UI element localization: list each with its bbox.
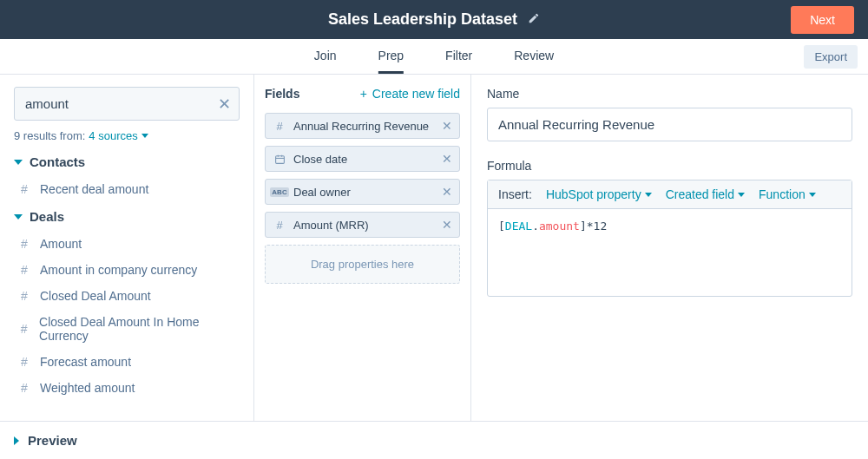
remove-chip-icon[interactable]: ✕ bbox=[442, 119, 452, 133]
field-chip[interactable]: Close date ✕ bbox=[265, 146, 460, 172]
insert-toolbar: Insert: HubSpot property Created field F… bbox=[488, 180, 852, 209]
formula-token: . bbox=[532, 220, 539, 233]
field-name-input[interactable] bbox=[487, 108, 852, 141]
content: ✕ 9 results from: 4 sources Contacts # R… bbox=[0, 75, 868, 421]
chevron-down-icon bbox=[738, 193, 745, 197]
insert-function[interactable]: Function bbox=[759, 187, 816, 201]
property-label: Closed Deal Amount In Home Currency bbox=[39, 315, 240, 343]
insert-option-text: Function bbox=[759, 187, 806, 201]
chevron-right-icon bbox=[14, 436, 19, 445]
sources-dropdown[interactable]: 4 sources bbox=[89, 129, 148, 142]
export-button[interactable]: Export bbox=[804, 45, 858, 69]
chip-label: Annual Recurring Revenue bbox=[293, 120, 435, 133]
property-item[interactable]: # Closed Deal Amount bbox=[14, 283, 240, 309]
tabs: Join Prep Filter Review bbox=[314, 39, 554, 74]
insert-label: Insert: bbox=[498, 187, 532, 201]
results-count-text: 9 results from: bbox=[14, 129, 85, 142]
property-label: Closed Deal Amount bbox=[40, 289, 151, 303]
property-item[interactable]: # Forecast amount bbox=[14, 349, 240, 375]
dropzone[interactable]: Drag properties here bbox=[265, 245, 460, 284]
properties-panel: ✕ 9 results from: 4 sources Contacts # R… bbox=[0, 75, 254, 421]
fields-header: Fields + Create new field bbox=[265, 87, 460, 101]
header-title-group: Sales Leadership Dataset bbox=[328, 10, 540, 29]
page-title: Sales Leadership Dataset bbox=[328, 10, 517, 29]
tabs-row: Join Prep Filter Review Export bbox=[0, 39, 868, 75]
formula-token: DEAL bbox=[505, 220, 532, 233]
search-input[interactable] bbox=[14, 87, 240, 121]
tab-prep[interactable]: Prep bbox=[378, 39, 404, 74]
insert-option-text: Created field bbox=[666, 187, 734, 201]
sources-link-text: 4 sources bbox=[89, 129, 137, 142]
remove-chip-icon[interactable]: ✕ bbox=[442, 152, 452, 166]
property-item[interactable]: # Closed Deal Amount In Home Currency bbox=[14, 309, 240, 349]
property-item[interactable]: # Recent deal amount bbox=[14, 176, 240, 202]
app-header: Sales Leadership Dataset Next bbox=[0, 0, 868, 39]
property-label: Amount in company currency bbox=[40, 263, 197, 277]
chevron-down-icon bbox=[141, 134, 148, 138]
clear-search-icon[interactable]: ✕ bbox=[218, 95, 231, 114]
property-item[interactable]: # Amount in company currency bbox=[14, 257, 240, 283]
chip-label: Deal owner bbox=[293, 186, 435, 199]
chip-label: Amount (MRR) bbox=[293, 219, 435, 232]
chevron-down-icon bbox=[809, 193, 816, 197]
group-deals[interactable]: Deals bbox=[14, 209, 240, 224]
field-chip[interactable]: ABC Deal owner ✕ bbox=[265, 179, 460, 205]
formula-token: *12 bbox=[587, 220, 607, 233]
search-wrap: ✕ bbox=[14, 87, 240, 121]
date-type-icon bbox=[273, 154, 286, 165]
fields-label: Fields bbox=[265, 87, 299, 101]
name-label: Name bbox=[487, 87, 852, 101]
chevron-down-icon bbox=[14, 160, 23, 165]
chip-label: Close date bbox=[293, 153, 435, 166]
preview-label: Preview bbox=[28, 433, 77, 448]
remove-chip-icon[interactable]: ✕ bbox=[442, 185, 452, 199]
property-item[interactable]: # Amount bbox=[14, 231, 240, 257]
property-label: Weighted amount bbox=[40, 381, 135, 395]
property-label: Forecast amount bbox=[40, 355, 131, 369]
number-type-icon: # bbox=[17, 322, 30, 336]
tab-filter[interactable]: Filter bbox=[445, 39, 472, 74]
formula-token: ] bbox=[580, 220, 587, 233]
formula-token: amount bbox=[539, 220, 580, 233]
number-type-icon: # bbox=[273, 219, 286, 232]
next-button[interactable]: Next bbox=[791, 6, 854, 34]
tab-review[interactable]: Review bbox=[514, 39, 554, 74]
editor-panel: Name Formula Insert: HubSpot property Cr… bbox=[471, 75, 868, 421]
insert-hubspot-property[interactable]: HubSpot property bbox=[546, 187, 652, 201]
group-label: Contacts bbox=[30, 154, 85, 169]
number-type-icon: # bbox=[17, 381, 31, 395]
property-item[interactable]: # Weighted amount bbox=[14, 375, 240, 401]
fields-panel: Fields + Create new field # Annual Recur… bbox=[254, 75, 471, 421]
insert-option-text: HubSpot property bbox=[546, 187, 641, 201]
number-type-icon: # bbox=[17, 182, 31, 196]
formula-token: [ bbox=[498, 220, 505, 233]
formula-box: Insert: HubSpot property Created field F… bbox=[487, 180, 852, 297]
edit-icon[interactable] bbox=[528, 10, 540, 29]
tab-join[interactable]: Join bbox=[314, 39, 337, 74]
number-type-icon: # bbox=[17, 289, 31, 303]
create-field-text: Create new field bbox=[372, 87, 460, 101]
group-contacts[interactable]: Contacts bbox=[14, 154, 240, 169]
formula-editor[interactable]: [DEAL.amount]*12 bbox=[488, 209, 852, 296]
number-type-icon: # bbox=[17, 263, 31, 277]
formula-label: Formula bbox=[487, 159, 852, 173]
text-type-icon: ABC bbox=[273, 187, 286, 197]
field-chip[interactable]: # Amount (MRR) ✕ bbox=[265, 212, 460, 238]
group-label: Deals bbox=[30, 209, 64, 224]
number-type-icon: # bbox=[273, 120, 286, 133]
remove-chip-icon[interactable]: ✕ bbox=[442, 218, 452, 232]
field-chip[interactable]: # Annual Recurring Revenue ✕ bbox=[265, 113, 460, 139]
chevron-down-icon bbox=[14, 214, 23, 220]
number-type-icon: # bbox=[17, 237, 31, 251]
property-label: Amount bbox=[40, 237, 82, 251]
chevron-down-icon bbox=[645, 193, 652, 197]
insert-created-field[interactable]: Created field bbox=[666, 187, 745, 201]
plus-icon: + bbox=[360, 87, 367, 101]
preview-toggle[interactable]: Preview bbox=[0, 421, 868, 459]
number-type-icon: # bbox=[17, 355, 31, 369]
results-summary: 9 results from: 4 sources bbox=[14, 129, 240, 142]
property-label: Recent deal amount bbox=[40, 182, 148, 196]
svg-rect-0 bbox=[275, 155, 284, 163]
create-field-link[interactable]: + Create new field bbox=[360, 87, 460, 101]
